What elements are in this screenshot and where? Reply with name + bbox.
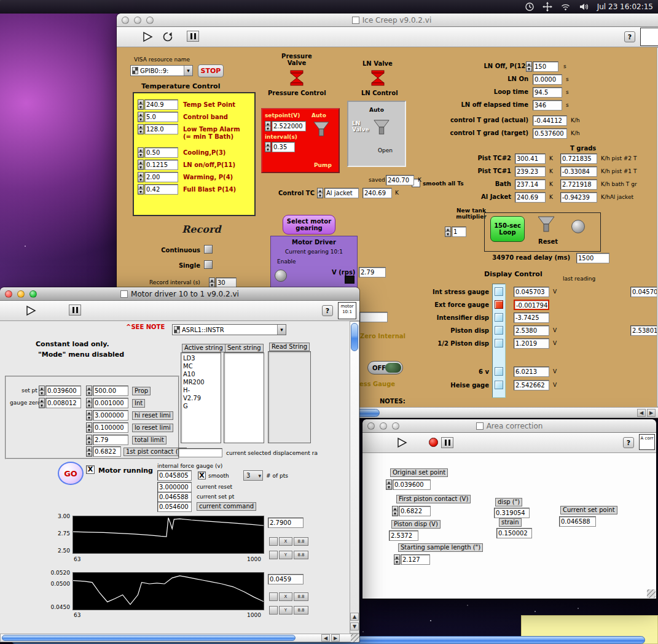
lo-reset-field[interactable]: 0.100000 [93,422,128,433]
interval-field[interactable]: 0.35 [272,142,295,152]
total-limit-field[interactable]: 2.79 [93,435,128,445]
ln-off-field[interactable]: 150 [533,61,558,72]
prop-field[interactable]: 500.00 [93,386,128,396]
chart2-yscale-button[interactable]: Y [279,606,292,615]
scroll-left-arrow[interactable]: ◀ [637,409,646,417]
help-button[interactable]: ? [624,31,635,42]
ice-titlebar[interactable]: Ice Creep v9.0.2.vi [117,14,658,27]
run-continuous-icon[interactable] [162,31,173,42]
gearing-knob[interactable] [275,270,287,282]
chart2-xscale-button[interactable]: X [279,592,292,601]
set-pt-field[interactable]: 0.039600 [45,386,81,396]
motor-vi-icon[interactable]: motor10:1 [338,302,356,319]
list-item[interactable]: A10 [183,370,219,378]
chart1-ylock-button[interactable] [269,551,278,559]
low-temp-alarm-spinner[interactable] [138,124,144,134]
scroll-up-arrow[interactable]: ▲ [350,613,359,621]
pist-contact-field[interactable]: 0.6822 [93,446,121,457]
pist-contact-spinner[interactable] [86,446,92,457]
loop-150sec-button[interactable]: 150-sec Loop [490,216,525,242]
chart1-yscale-button[interactable]: Y [279,551,292,559]
intensifier-toggle[interactable] [495,313,503,322]
full-blast-spinner[interactable] [138,184,144,195]
read-delay-field[interactable]: 1500 [576,253,609,263]
resize-grip[interactable] [351,634,359,642]
list-item[interactable]: LD3 [183,354,219,362]
cooling-spinner[interactable] [138,147,144,158]
ice-vi-icon[interactable] [640,28,658,46]
temp-setpoint-spinner[interactable] [138,99,144,110]
select-gearing-button[interactable]: Select motor gearing [283,215,335,235]
help-button[interactable]: ? [322,305,333,316]
run-button-icon[interactable] [143,31,154,42]
lo-reset-spinner[interactable] [86,422,92,433]
menu-clock[interactable]: Jul 23 16:02:15 [597,2,653,11]
minimize-button[interactable] [134,17,141,24]
ln-valve-funnel-icon[interactable] [373,118,390,138]
list-item[interactable]: MC [183,362,219,370]
pressure-auto-funnel-icon[interactable] [313,120,330,139]
pause-button[interactable] [69,305,81,316]
stop-button[interactable]: STOP [198,64,224,77]
selected-displacement-field[interactable] [178,448,222,457]
original-setpoint-field[interactable]: 0.039600 [393,479,431,490]
int-spinner[interactable] [86,398,92,408]
motor-running-checkbox[interactable] [86,465,95,474]
motor-hscrollbar[interactable]: ◀ ▶ [0,634,359,642]
single-checkbox[interactable] [204,260,213,269]
prop-spinner[interactable] [86,386,92,396]
gauge-zero-spinner[interactable] [39,398,45,408]
volume-icon[interactable] [579,2,589,12]
first-contact-spinner[interactable] [392,506,398,516]
ext-force-toggle[interactable] [495,300,503,309]
help-button[interactable]: ? [623,437,634,448]
minimize-button[interactable] [17,290,25,298]
int-stress-toggle[interactable] [495,287,503,296]
instr-combo[interactable]: ASRL1::INSTR▾ [172,324,286,335]
ln-onoff-field[interactable]: 0.1215 [144,160,178,170]
off-switch-handle[interactable] [385,363,401,373]
new-tank-field[interactable]: 1 [452,227,466,237]
interval-spinner[interactable] [265,142,271,152]
scroll-left-arrow[interactable]: ◀ [321,634,330,642]
chart1-xlock-button[interactable] [269,537,278,546]
chart1-xformat-button[interactable]: 8.8 [294,537,308,546]
first-contact-field[interactable]: 0.6822 [399,506,431,516]
chart2-xformat-button[interactable]: 8.8 [294,592,308,601]
low-temp-alarm-field[interactable]: 128.0 [144,124,178,134]
control-tc-spinner[interactable] [317,188,323,198]
gauge-zero-field[interactable]: 0.008012 [45,398,81,408]
pause-button[interactable] [187,31,199,42]
close-button[interactable] [5,290,12,298]
hi-reset-field[interactable]: 3.000000 [93,410,128,421]
smooth-checkbox[interactable] [198,471,206,479]
time-machine-icon[interactable] [525,2,535,12]
new-tank-spinner[interactable] [445,227,451,237]
num-pts-dropdown[interactable]: 3 [243,470,263,481]
spaces-icon[interactable] [542,2,552,12]
scroll-down-arrow[interactable]: ▼ [350,623,359,630]
sixv-toggle[interactable] [495,367,503,376]
abort-button[interactable] [429,438,438,447]
continuous-checkbox[interactable] [204,245,213,254]
heise-toggle[interactable] [495,381,503,389]
full-blast-field[interactable]: 0.42 [144,184,178,195]
set-pt-spinner[interactable] [39,386,45,396]
motor-titlebar[interactable]: Motor driver 10 to 1 v9.0.2.vi [0,287,359,301]
hi-reset-spinner[interactable] [86,410,92,421]
gearing-dropdown[interactable] [345,276,354,284]
motor-hscroll-thumb[interactable] [2,635,296,641]
sent-string-listbox[interactable] [224,352,264,443]
list-item[interactable]: V2.79 [183,394,219,402]
scroll-right-arrow[interactable]: ▶ [647,409,656,417]
minimize-button[interactable] [380,422,387,430]
off-switch[interactable]: OFF [367,361,403,374]
close-button[interactable] [122,17,129,24]
run-button-icon[interactable] [26,305,37,316]
active-string-listbox[interactable]: LD3 MC A10 MR200 H- V2.79 G [181,352,221,443]
int-field[interactable]: 0.001000 [93,398,128,408]
close-button[interactable] [367,422,375,430]
control-tc-select[interactable]: Al jacket [324,188,359,198]
visa-resource-combo[interactable]: GPIB0::9:▾ [130,65,193,76]
chart2-yformat-button[interactable]: 8.8 [294,606,308,615]
